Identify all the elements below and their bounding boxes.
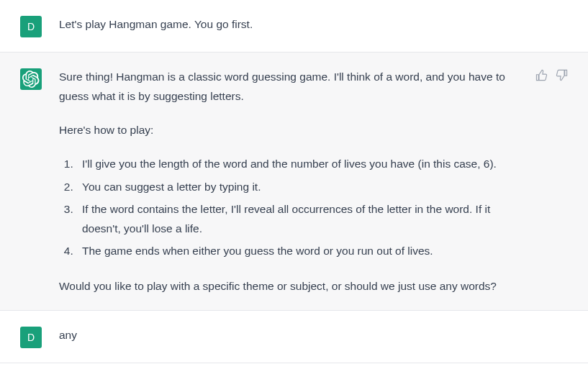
message-text: any	[59, 325, 562, 345]
feedback-controls	[535, 68, 568, 81]
rule-item: If the word contains the letter, I'll re…	[76, 199, 512, 238]
avatar-letter: D	[27, 18, 35, 36]
chat-message-assistant: Sure thing! Hangman is a classic word gu…	[0, 53, 588, 311]
rule-item: I'll give you the length of the word and…	[76, 154, 512, 173]
user-avatar: D	[20, 327, 42, 348]
message-content: any	[59, 325, 568, 345]
rules-list: I'll give you the length of the word and…	[59, 154, 512, 260]
openai-logo-icon	[22, 71, 40, 88]
thumbs-down-icon	[556, 69, 568, 81]
chat-message-user: D any	[0, 311, 588, 363]
assistant-intro: Sure thing! Hangman is a classic word gu…	[59, 67, 512, 106]
message-content: Let's play Hangman game. You go first.	[59, 14, 568, 34]
assistant-outro: Would you like to play with a specific t…	[59, 276, 512, 296]
thumbs-up-icon	[535, 69, 548, 81]
thumbs-up-button[interactable]	[535, 68, 548, 81]
rule-item: The game ends when either you guess the …	[76, 241, 512, 260]
thumbs-down-button[interactable]	[555, 68, 568, 81]
message-content: Sure thing! Hangman is a classic word gu…	[59, 67, 517, 296]
message-text: Let's play Hangman game. You go first.	[59, 14, 562, 34]
user-avatar: D	[20, 16, 42, 37]
how-to-play-label: Here's how to play:	[59, 120, 512, 140]
chat-message-user: D Let's play Hangman game. You go first.	[0, 0, 588, 53]
rule-item: You can suggest a letter by typing it.	[76, 177, 512, 196]
avatar-letter: D	[27, 329, 35, 347]
assistant-avatar	[20, 68, 42, 90]
